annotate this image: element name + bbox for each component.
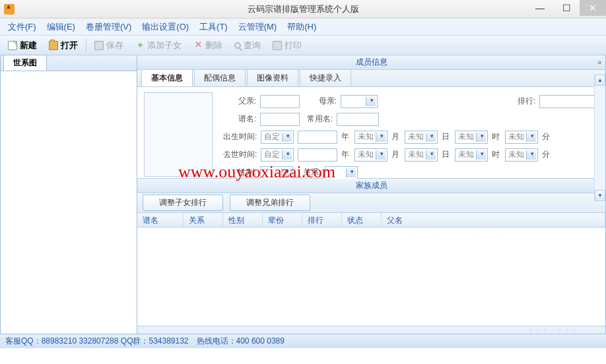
menu-file[interactable]: 文件(F) (3, 18, 42, 36)
col-status[interactable]: 状态 (342, 213, 382, 227)
query-button[interactable]: 查询 (229, 38, 266, 53)
family-grid-body[interactable] (137, 228, 605, 326)
side-panel: 世系图 (0, 55, 137, 334)
adjust-sibling-rank-button[interactable]: 调整兄弟排行 (230, 195, 310, 211)
col-gender[interactable]: 性别 (223, 213, 263, 227)
open-icon (49, 41, 58, 50)
status-text: 客服QQ：88983210 332807288 QQ群：534389132 热线… (5, 336, 285, 347)
death-year-input[interactable] (298, 148, 337, 162)
mother-select[interactable] (341, 95, 378, 108)
death-era-select[interactable]: 自定 (261, 148, 294, 162)
open-button[interactable]: 打开 (44, 38, 83, 53)
scroll-down-icon[interactable]: ▼ (595, 190, 605, 201)
common-name-input[interactable] (337, 113, 379, 126)
collapse-icon[interactable]: » (597, 59, 601, 66)
new-button[interactable]: 新建 (3, 38, 42, 53)
birth-year-input[interactable] (298, 131, 337, 144)
menubar: 文件(F) 编辑(E) 卷册管理(V) 输出设置(O) 工具(T) 云管理(M)… (0, 18, 606, 36)
family-header[interactable]: 家族成员 « (137, 179, 605, 193)
tab-quick-entry[interactable]: 快捷录入 (300, 69, 351, 86)
workspace: 世系图 成员信息 » 基本信息 配偶信息 图像资料 快捷录入 父亲: 母亲: (0, 55, 606, 334)
birth-day-select[interactable]: 未知 (405, 131, 438, 144)
member-info-header[interactable]: 成员信息 » (137, 55, 605, 70)
main-panel: 成员信息 » 基本信息 配偶信息 图像资料 快捷录入 父亲: 母亲: 排行: (137, 55, 606, 334)
menu-tools[interactable]: 工具(T) (194, 18, 233, 36)
unit-hour: 时 (492, 131, 501, 142)
print-button[interactable]: 打印 (267, 38, 307, 53)
col-relation[interactable]: 关系 (184, 213, 223, 227)
death-hour-select[interactable]: 未知 (455, 148, 488, 162)
delete-button[interactable]: ✕删除 (188, 38, 228, 53)
resize-grip-icon[interactable]: ⋮⋮⋮ ⋮⋮⋮ (528, 327, 579, 334)
label-rank: 排行: (502, 96, 535, 107)
tab-lineage-chart[interactable]: 世系图 (3, 55, 47, 71)
col-rank[interactable]: 排行 (302, 213, 342, 227)
family-members-block: 家族成员 « 调整子女排行 调整兄弟排行 谱名 关系 性别 辈份 排行 状态 父… (137, 178, 605, 334)
minimize-button[interactable]: — (527, 0, 553, 16)
save-button[interactable]: 保存 (89, 38, 129, 53)
menu-output[interactable]: 输出设置(O) (137, 18, 194, 36)
status-bar: 客服QQ：88983210 332807288 QQ群：534389132 热线… (0, 334, 606, 348)
adjust-children-rank-button[interactable]: 调整子女排行 (143, 195, 223, 211)
titlebar: 云码宗谱排版管理系统个人版 — ☐ ✕ (0, 0, 606, 18)
side-tabs: 世系图 (1, 55, 137, 71)
toolbar-separator (86, 39, 86, 52)
death-day-select[interactable]: 未知 (405, 148, 438, 162)
rank-input[interactable] (539, 95, 599, 108)
father-input[interactable] (260, 95, 300, 108)
new-icon (8, 41, 17, 50)
family-toolbar: 调整子女排行 调整兄弟排行 (137, 193, 605, 213)
close-button[interactable]: ✕ (580, 0, 606, 16)
menu-cloud[interactable]: 云管理(M) (233, 18, 283, 36)
label-genealogy-name: 谱名: (223, 113, 256, 125)
birth-era-select[interactable]: 自定 (261, 131, 294, 144)
add-child-button[interactable]: ＋添加子女 (130, 38, 187, 53)
birth-hour-select[interactable]: 未知 (455, 131, 488, 144)
birth-month-select[interactable]: 未知 (354, 131, 387, 144)
vertical-scrollbar[interactable]: ▲ ▼ (594, 75, 605, 202)
gender-select[interactable] (260, 166, 293, 179)
window-buttons: — ☐ ✕ (527, 0, 606, 16)
tab-basic-info[interactable]: 基本信息 (141, 69, 193, 86)
unit-min: 分 (542, 131, 551, 142)
menu-volume[interactable]: 卷册管理(V) (81, 18, 137, 36)
app-icon (4, 4, 15, 15)
menu-help[interactable]: 帮助(H) (282, 18, 321, 36)
add-icon: ＋ (135, 41, 145, 50)
relation-select[interactable] (325, 166, 358, 179)
label-mother: 母亲: (304, 96, 337, 107)
col-name[interactable]: 谱名 (137, 213, 184, 227)
basic-info-form: 父亲: 母亲: 排行: 谱名: 常用名: 出生时间: 自定 (137, 87, 605, 178)
maximize-button[interactable]: ☐ (553, 0, 580, 16)
photo-placeholder[interactable] (144, 92, 213, 177)
label-gender: 性别: (223, 167, 256, 178)
family-grid-header: 谱名 关系 性别 辈份 排行 状态 父名 (137, 213, 605, 228)
label-relation: 关系: (297, 167, 321, 178)
lineage-tree[interactable] (1, 71, 137, 332)
delete-icon: ✕ (193, 41, 203, 50)
unit-month: 月 (391, 131, 401, 142)
window-title: 云码宗谱排版管理系统个人版 (248, 3, 359, 15)
birth-min-select[interactable]: 未知 (505, 131, 538, 144)
toolbar: 新建 打开 保存 ＋添加子女 ✕删除 查询 打印 (0, 36, 606, 55)
member-info-title: 成员信息 (356, 57, 387, 68)
col-father[interactable]: 父名 (382, 213, 605, 227)
death-min-select[interactable]: 未知 (505, 148, 538, 162)
family-title: 家族成员 (356, 180, 387, 191)
label-birth: 出生时间: (223, 131, 257, 142)
death-month-select[interactable]: 未知 (354, 148, 387, 162)
tab-image-data[interactable]: 图像资料 (247, 69, 298, 86)
grid-status-row: ⋮⋮⋮ ⋮⋮⋮ (137, 326, 605, 334)
print-icon (273, 41, 282, 50)
genealogy-name-input[interactable] (260, 113, 300, 126)
menu-edit[interactable]: 编辑(E) (42, 18, 81, 36)
tab-spouse-info[interactable]: 配偶信息 (194, 69, 246, 86)
scroll-up-icon[interactable]: ▲ (595, 75, 605, 86)
unit-year: 年 (341, 131, 351, 142)
unit-day: 日 (442, 131, 451, 142)
label-common-name: 常用名: (304, 113, 333, 125)
detail-tabs: 基本信息 配偶信息 图像资料 快捷录入 (137, 70, 605, 87)
col-generation[interactable]: 辈份 (263, 213, 302, 227)
label-death: 去世时间: (223, 149, 257, 160)
label-father: 父亲: (223, 96, 256, 107)
